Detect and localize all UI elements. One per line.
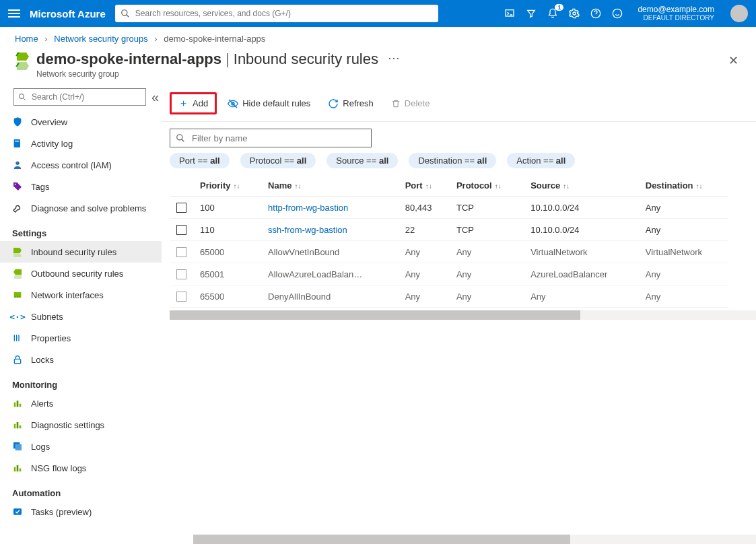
more-icon[interactable]: ⋯	[388, 50, 400, 65]
filter-pill[interactable]: Port == all	[170, 153, 230, 168]
lock-icon	[12, 354, 23, 365]
tasks-icon	[12, 506, 23, 517]
sidebar-search-input[interactable]	[30, 92, 141, 102]
row-checkbox[interactable]	[176, 269, 186, 279]
svg-point-6	[20, 94, 24, 99]
sidebar-item-label: Activity log	[31, 139, 73, 149]
sidebar-item[interactable]: Properties	[0, 327, 162, 349]
add-button[interactable]: ＋ Add	[170, 92, 217, 114]
sort-icon: ↑↓	[696, 182, 703, 190]
cell-name[interactable]: http-from-wg-bastion	[261, 197, 399, 219]
row-checkbox[interactable]	[176, 247, 186, 257]
column-header[interactable]: Protocol↑↓	[450, 175, 524, 197]
column-header[interactable]: Name↑↓	[261, 175, 399, 197]
menu-icon[interactable]	[8, 9, 20, 18]
sidebar-item[interactable]: Tags	[0, 176, 162, 197]
sidebar-item-label: Tags	[31, 182, 49, 192]
page-scrollbar[interactable]	[193, 535, 756, 544]
sidebar-item-label: NSG flow logs	[31, 463, 86, 473]
breadcrumb-link[interactable]: Network security groups	[54, 34, 147, 44]
column-header[interactable]: Destination↑↓	[639, 175, 728, 197]
cell-name[interactable]: ssh-from-wg-bastion	[261, 219, 399, 241]
sidebar-item[interactable]: Network interfaces	[0, 284, 162, 306]
column-header[interactable]: Source↑↓	[524, 175, 639, 197]
table-row[interactable]: 110 ssh-from-wg-bastion 22 TCP 10.10.0.0…	[170, 219, 728, 241]
filter-pill[interactable]: Protocol == all	[240, 153, 316, 168]
svg-rect-8	[14, 139, 20, 147]
svg-rect-23	[14, 424, 16, 429]
table-row[interactable]: 65001 AllowAzureLoadBalan… Any Any Azure…	[170, 263, 728, 285]
collapse-sidebar-icon[interactable]: «	[151, 90, 159, 105]
svg-rect-2	[506, 10, 514, 16]
filter-pill[interactable]: Destination == all	[409, 153, 496, 168]
toolbar: ＋ Add Hide default rules Refresh Delete	[162, 88, 756, 122]
avatar[interactable]	[730, 5, 748, 22]
row-checkbox[interactable]	[176, 292, 186, 302]
svg-point-34	[177, 135, 182, 140]
filter-pills: Port == allProtocol == allSource == allD…	[162, 153, 756, 175]
filter-pill[interactable]: Source == all	[327, 153, 398, 168]
cell-destination: Any	[639, 219, 728, 241]
row-checkbox[interactable]	[176, 225, 186, 235]
sidebar-item[interactable]: Inbound security rules	[0, 241, 162, 263]
column-header[interactable]: Port↑↓	[399, 175, 450, 197]
sidebar-item-label: Alerts	[31, 399, 53, 409]
sidebar-item[interactable]: Locks	[0, 349, 162, 370]
filter-input[interactable]	[170, 129, 372, 147]
shield-icon	[12, 116, 23, 127]
tag-icon	[12, 181, 23, 192]
wrench-icon	[12, 203, 23, 213]
cell-protocol: Any	[450, 241, 524, 263]
row-checkbox[interactable]	[176, 203, 186, 213]
close-icon[interactable]: ✕	[726, 50, 741, 71]
sidebar-item[interactable]: NSG flow logs	[0, 457, 162, 479]
sidebar-item-label: Inbound security rules	[31, 247, 116, 257]
global-search-input[interactable]	[134, 8, 433, 19]
table-row[interactable]: 100 http-from-wg-bastion 80,443 TCP 10.1…	[170, 197, 728, 219]
filter-icon[interactable]	[526, 8, 537, 19]
cell-name: DenyAllInBound	[261, 285, 399, 308]
sidebar-item-label: Access control (IAM)	[31, 160, 112, 170]
sidebar-item[interactable]: Access control (IAM)	[0, 154, 162, 176]
filter-pill[interactable]: Action == all	[507, 153, 575, 168]
nsg-icon	[15, 50, 28, 71]
breadcrumb-link[interactable]: Home	[15, 34, 38, 44]
sidebar-item[interactable]: Overview	[0, 111, 162, 133]
sidebar-search[interactable]	[13, 88, 146, 106]
sidebar-item[interactable]: Tasks (preview)	[0, 501, 162, 522]
global-search[interactable]	[115, 5, 438, 22]
cloud-shell-icon[interactable]	[504, 8, 515, 19]
sidebar-item[interactable]: Diagnose and solve problems	[0, 197, 162, 219]
sidebar-item[interactable]: Logs	[0, 436, 162, 457]
cell-priority: 65000	[193, 241, 261, 263]
svg-point-11	[15, 184, 16, 185]
column-header[interactable]: Priority↑↓	[193, 175, 261, 197]
svg-line-7	[24, 98, 26, 100]
sidebar-item[interactable]: Activity log	[0, 133, 162, 154]
refresh-button[interactable]: Refresh	[321, 96, 380, 112]
table-row[interactable]: 65500 DenyAllInBound Any Any Any Any	[170, 285, 728, 308]
settings-icon[interactable]	[569, 8, 580, 19]
hide-default-rules-button[interactable]: Hide default rules	[221, 96, 317, 112]
cell-priority: 110	[193, 219, 261, 241]
svg-rect-13	[15, 296, 16, 298]
table-row[interactable]: 65000 AllowVnetInBound Any Any VirtualNe…	[170, 241, 728, 263]
table-scrollbar[interactable]	[170, 310, 756, 320]
sidebar-item[interactable]: Alerts	[0, 393, 162, 414]
filter-input-field[interactable]	[191, 133, 366, 144]
cell-protocol: Any	[450, 263, 524, 285]
svg-rect-24	[17, 422, 19, 428]
sidebar-item[interactable]: <·>Subnets	[0, 306, 162, 327]
account-directory: DEFAULT DIRECTORY	[644, 14, 714, 22]
feedback-icon[interactable]	[612, 8, 623, 19]
chart-icon	[12, 463, 23, 473]
svg-rect-31	[13, 508, 22, 514]
cell-port: Any	[399, 285, 450, 308]
help-icon[interactable]	[590, 8, 601, 19]
notifications-icon[interactable]: 1	[547, 8, 558, 19]
svg-rect-27	[15, 444, 22, 450]
sidebar-item[interactable]: Diagnostic settings	[0, 414, 162, 436]
sidebar-item[interactable]: Outbound security rules	[0, 263, 162, 284]
sidebar-item-label: Network interfaces	[31, 290, 104, 300]
account-info[interactable]: demo@example.com DEFAULT DIRECTORY	[638, 5, 714, 22]
